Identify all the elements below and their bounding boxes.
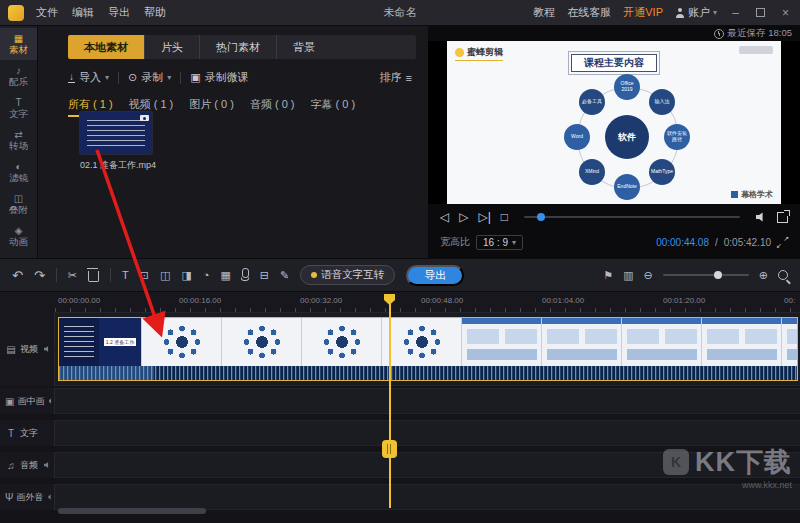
- tab-hot-material[interactable]: 热门素材: [200, 35, 277, 59]
- audio-track-body[interactable]: [55, 452, 800, 478]
- menu-export[interactable]: 导出: [108, 5, 130, 20]
- record-lesson-button[interactable]: ▣ 录制微课: [190, 70, 248, 85]
- speed-icon[interactable]: ◔: [203, 270, 210, 281]
- sort-button[interactable]: 排序 ≡: [380, 70, 412, 85]
- vip-link[interactable]: 开通VIP: [623, 5, 663, 20]
- text-tool-icon[interactable]: T: [122, 270, 129, 281]
- filter-image[interactable]: 图片 ( 0 ): [189, 97, 234, 115]
- stop-button[interactable]: □: [501, 211, 508, 223]
- sidebar-item-overlay[interactable]: ◫ 叠附: [0, 188, 37, 220]
- menu-file[interactable]: 文件: [36, 5, 58, 20]
- sidebar-item-transition[interactable]: ⇄ 转场: [0, 124, 37, 156]
- track-manage-icon[interactable]: ▥: [623, 270, 633, 281]
- record-lesson-icon: ▣: [190, 71, 200, 84]
- slide-footer: 幕格学术: [731, 189, 773, 200]
- sidebar-item-label: 素材: [9, 45, 28, 55]
- playhead-handle[interactable]: [382, 440, 397, 458]
- seek-slider[interactable]: [524, 216, 740, 218]
- sidebar-item-text[interactable]: T 文字: [0, 92, 37, 124]
- undo-icon[interactable]: ↶: [12, 269, 23, 282]
- mute-icon[interactable]: [49, 494, 53, 501]
- zoom-out-button[interactable]: ⊖: [644, 270, 653, 281]
- video-track-body[interactable]: 1.2 准备工作: [55, 312, 800, 386]
- sidebar-item-music[interactable]: ♪ 配乐: [0, 60, 37, 92]
- filter-audio[interactable]: 音频 ( 0 ): [250, 97, 295, 115]
- volume-icon[interactable]: [756, 212, 767, 222]
- tab-intro[interactable]: 片头: [145, 35, 200, 59]
- sidebar-item-animation[interactable]: ◈ 动画: [0, 220, 37, 252]
- minimize-button[interactable]: –: [729, 6, 742, 20]
- aspect-ratio-label: 宽高比: [440, 235, 470, 249]
- ruler-label: 00:01:04.00: [542, 296, 584, 305]
- import-button[interactable]: ↓ 导入 ▾: [68, 70, 109, 85]
- timeline-zoom-slider[interactable]: [663, 274, 749, 276]
- filter-subtitle[interactable]: 字幕 ( 0 ): [311, 97, 356, 115]
- preview-meta-bar: 宽高比 16 : 9 ▾ 00:00:44.08 / 0:05:42.10: [428, 229, 800, 255]
- track-label: 音频: [20, 459, 38, 472]
- mute-icon[interactable]: [44, 346, 51, 353]
- fullscreen-icon[interactable]: [777, 237, 788, 248]
- text-track-header[interactable]: T 文字: [0, 420, 55, 446]
- timeline-scrollbar[interactable]: [58, 508, 206, 514]
- marker-icon[interactable]: ⚑: [603, 270, 613, 281]
- subtitle-icon[interactable]: ⊟: [260, 270, 269, 281]
- clip-thumbnail[interactable]: [80, 112, 152, 154]
- fit-timeline-icon[interactable]: [778, 270, 788, 280]
- account-button[interactable]: 账户 ▾: [675, 5, 717, 20]
- pip-track-header[interactable]: ▣ 画中画: [0, 388, 55, 414]
- timeline: 00:00:00.00 00:00:16.00 00:00:32.00 00:0…: [0, 292, 800, 523]
- canvas-icon[interactable]: ◫: [160, 270, 170, 281]
- redo-icon[interactable]: ↷: [34, 269, 45, 282]
- time-ruler[interactable]: 00:00:00.00 00:00:16.00 00:00:32.00 00:0…: [0, 292, 800, 313]
- slide-footer-label: 幕格学术: [741, 189, 773, 200]
- tutorial-link[interactable]: 教程: [533, 5, 555, 20]
- audio-track-header[interactable]: ♫ 音频: [0, 452, 55, 478]
- ruler-label: 00:00:32.00: [300, 296, 342, 305]
- sidebar-item-filter[interactable]: ◐ 滤镜: [0, 156, 37, 188]
- timeline-clip[interactable]: 1.2 准备工作: [58, 317, 798, 381]
- app-logo-icon[interactable]: [8, 5, 24, 21]
- speech-text-button[interactable]: 语音文字互转: [300, 265, 395, 285]
- material-actions: ↓ 导入 ▾ ⊙ 录制 ▾ ▣ 录制微课 排序 ≡: [68, 70, 412, 85]
- voiceover-track-icon: Ψ: [5, 492, 13, 503]
- maximize-button[interactable]: [754, 6, 767, 20]
- next-frame-button[interactable]: ▷|: [478, 211, 490, 223]
- tab-background[interactable]: 背景: [277, 35, 331, 59]
- preview-screen[interactable]: 蜜蜂剪辑 课程主要内容 Office 2019 输入法 软件安装路径 MathT…: [428, 41, 800, 204]
- tab-local-material[interactable]: 本地素材: [68, 35, 145, 59]
- mosaic-icon[interactable]: ▦: [220, 270, 230, 281]
- split-icon[interactable]: ✂: [68, 270, 77, 281]
- prev-frame-button[interactable]: ◁: [440, 211, 449, 223]
- seek-knob[interactable]: [537, 213, 545, 221]
- crop-icon[interactable]: ⊡: [140, 270, 149, 281]
- playhead-line[interactable]: [389, 296, 391, 508]
- support-link[interactable]: 在线客服: [567, 5, 611, 20]
- record-button[interactable]: ⊙ 录制 ▾: [128, 70, 171, 85]
- zoom-in-button[interactable]: ⊕: [759, 270, 768, 281]
- video-track-header[interactable]: ▤ 视频: [0, 312, 55, 386]
- aspect-ratio-select[interactable]: 16 : 9 ▾: [476, 235, 523, 250]
- sidebar-item-materials[interactable]: ▦ 素材: [0, 28, 37, 60]
- play-button[interactable]: ▷: [459, 211, 468, 223]
- mute-icon[interactable]: [49, 398, 53, 405]
- chevron-down-icon: ▾: [512, 238, 516, 247]
- menu-help[interactable]: 帮助: [144, 5, 166, 20]
- divider: [56, 268, 57, 282]
- annotate-icon[interactable]: ✎: [280, 270, 289, 281]
- close-button[interactable]: ×: [779, 6, 792, 20]
- media-clip-card[interactable]: 02.1 准备工作.mp4: [80, 112, 170, 172]
- zoom-knob[interactable]: [714, 271, 722, 279]
- slide-bubble: 输入法: [649, 89, 675, 115]
- delete-icon[interactable]: [88, 271, 99, 282]
- mute-icon[interactable]: [44, 462, 51, 469]
- record-voice-icon[interactable]: [242, 268, 249, 278]
- detach-preview-icon[interactable]: [777, 212, 788, 223]
- menu-edit[interactable]: 编辑: [72, 5, 94, 20]
- voiceover-track-body[interactable]: [55, 484, 800, 510]
- export-button[interactable]: 导出: [406, 265, 464, 286]
- total-duration: 0:05:42.10: [724, 237, 771, 248]
- pip-track-body[interactable]: [55, 388, 800, 414]
- voiceover-track-header[interactable]: Ψ 画外音: [0, 484, 55, 510]
- freeze-frame-icon[interactable]: ◨: [181, 270, 191, 281]
- text-track-body[interactable]: [55, 420, 800, 446]
